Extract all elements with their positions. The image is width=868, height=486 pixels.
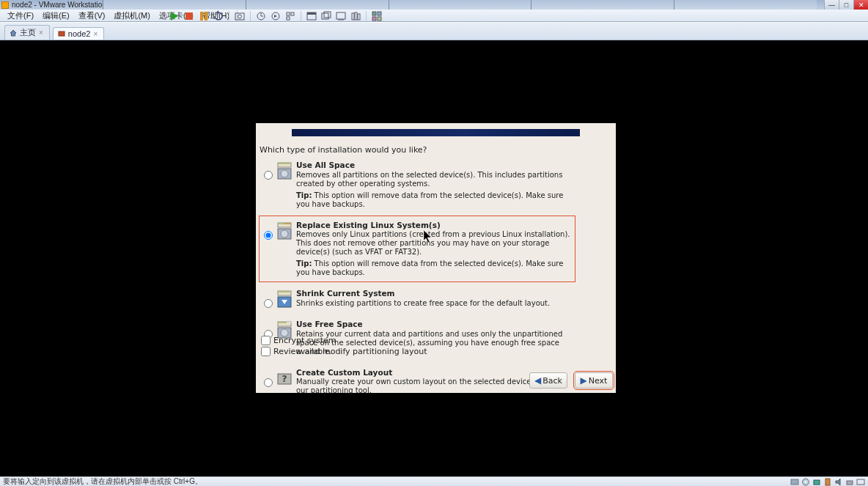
svg-rect-24	[372, 12, 376, 15]
snapshot-take-icon[interactable]	[255, 10, 267, 22]
svg-rect-21	[352, 13, 354, 20]
radio-custom[interactable]	[264, 378, 273, 387]
svg-point-6	[238, 15, 242, 18]
svg-point-38	[281, 230, 288, 238]
svg-marker-4	[216, 10, 218, 15]
tab-node2-close-icon[interactable]: ×	[93, 30, 98, 38]
menu-edit[interactable]: 编辑(E)	[40, 10, 73, 21]
status-bar: 要将输入定向到该虚拟机，请在虚拟机内部单击或按 Ctrl+G。	[0, 476, 868, 486]
svg-rect-17	[322, 13, 328, 19]
option-replace-linux[interactable]: Replace Existing Linux System(s) Removes…	[259, 216, 575, 283]
unity-icon[interactable]	[320, 10, 332, 22]
svg-text:?: ?	[282, 374, 287, 384]
installer-options: Use All Space Removes all partitions on …	[259, 155, 575, 402]
svg-rect-23	[358, 14, 360, 20]
tray-disk-icon[interactable]	[790, 478, 799, 486]
vm-tabs: 主页 × node2 ×	[0, 22, 868, 40]
next-button-label: Next	[589, 376, 608, 386]
installer-dialog: Which type of installation would you lik…	[256, 123, 616, 393]
thumbnail-icon[interactable]	[371, 10, 383, 22]
stop-icon[interactable]	[183, 10, 195, 22]
tab-home[interactable]: 主页 ×	[4, 25, 50, 40]
library-icon[interactable]	[350, 10, 361, 22]
svg-point-33	[281, 170, 288, 177]
svg-marker-56	[836, 479, 840, 485]
radio-replace-linux[interactable]	[264, 231, 273, 240]
tab-node2[interactable]: node2 ×	[53, 27, 104, 40]
arrow-left-icon: ◀	[534, 375, 541, 386]
minimize-button[interactable]: —	[824, 0, 839, 10]
check-review[interactable]: Review and modify partitioning layout	[261, 347, 427, 356]
option-desc: Removes all partitions on the selected d…	[296, 171, 570, 188]
tip-label: Tip:	[296, 191, 312, 199]
radio-use-all-space[interactable]	[264, 171, 273, 180]
option-custom-layout[interactable]: ? Create Custom Layout Manually create y…	[259, 363, 575, 401]
tray-display-icon[interactable]	[856, 478, 865, 486]
svg-rect-44	[278, 322, 287, 323]
tab-home-close-icon[interactable]: ×	[39, 29, 43, 37]
tray-cd-icon[interactable]	[801, 478, 810, 486]
svg-rect-16	[307, 12, 316, 15]
checkbox-review[interactable]	[261, 347, 271, 356]
next-button[interactable]: ▶ Next	[575, 372, 613, 389]
console-view-icon[interactable]	[335, 10, 347, 22]
check-encrypt[interactable]: Encrypt system	[261, 336, 427, 345]
disk-replace-icon	[277, 222, 292, 240]
fullscreen-icon[interactable]	[306, 10, 317, 22]
option-title: Shrink Current System	[296, 289, 550, 298]
installer-logo-bar	[292, 129, 580, 136]
pause-icon[interactable]	[198, 10, 210, 22]
svg-rect-5	[235, 13, 244, 20]
menu-vm[interactable]: 虚拟机(M)	[111, 10, 153, 21]
back-button[interactable]: ◀ Back	[529, 372, 567, 389]
tab-node2-label: node2	[68, 29, 91, 38]
disk-shrink-icon	[277, 290, 292, 308]
background-tabs	[103, 0, 817, 10]
snapshot-manager-icon[interactable]	[284, 10, 296, 22]
checkbox-encrypt[interactable]	[261, 336, 271, 345]
option-desc: Removes only Linux partitions (created f…	[296, 230, 570, 257]
snapshot-icon[interactable]	[234, 10, 246, 22]
window-titlebar: node2 - VMware Workstation — □ ✕	[0, 0, 868, 10]
tray-sound-icon[interactable]	[834, 478, 843, 486]
menu-view[interactable]: 查看(V)	[76, 10, 108, 21]
svg-rect-54	[814, 480, 820, 485]
option-shrink[interactable]: Shrink Current System Shrinks existing p…	[259, 284, 575, 313]
tray-network-icon[interactable]	[812, 478, 821, 486]
play-icon[interactable]	[169, 10, 180, 22]
svg-rect-1	[185, 12, 193, 20]
reset-icon[interactable]	[213, 10, 224, 22]
option-title: Use All Space	[296, 161, 570, 170]
svg-marker-0	[171, 12, 178, 21]
menu-file[interactable]: 文件(F)	[4, 10, 37, 21]
tray-printer-icon[interactable]	[845, 478, 854, 486]
disk-custom-icon: ?	[277, 369, 292, 387]
svg-rect-25	[378, 12, 381, 15]
svg-rect-22	[355, 12, 357, 20]
tray-usb-icon[interactable]	[823, 478, 832, 486]
svg-rect-19	[336, 12, 345, 19]
svg-rect-31	[278, 163, 291, 164]
tip-label: Tip:	[296, 259, 312, 268]
maximize-button[interactable]: □	[839, 0, 853, 10]
svg-rect-14	[287, 17, 290, 20]
status-tray	[790, 478, 865, 486]
svg-rect-26	[372, 17, 376, 21]
svg-rect-55	[825, 479, 830, 485]
svg-rect-2	[200, 12, 203, 21]
svg-rect-29	[59, 32, 65, 36]
check-review-label: Review and modify partitioning layout	[273, 347, 427, 356]
option-title: Use Free Space	[296, 320, 570, 329]
svg-point-53	[805, 481, 807, 483]
option-use-all-space[interactable]: Use All Space Removes all partitions on …	[259, 155, 575, 214]
close-button[interactable]: ✕	[853, 0, 868, 10]
svg-rect-27	[378, 17, 381, 21]
svg-rect-18	[324, 12, 331, 18]
radio-shrink[interactable]	[264, 299, 273, 308]
svg-rect-58	[857, 479, 864, 485]
svg-rect-35	[278, 223, 284, 224]
svg-rect-45	[287, 322, 291, 323]
snapshot-revert-icon[interactable]	[270, 10, 282, 22]
toolbar	[169, 10, 868, 22]
tip-text: This option will remove data from the se…	[296, 191, 563, 208]
